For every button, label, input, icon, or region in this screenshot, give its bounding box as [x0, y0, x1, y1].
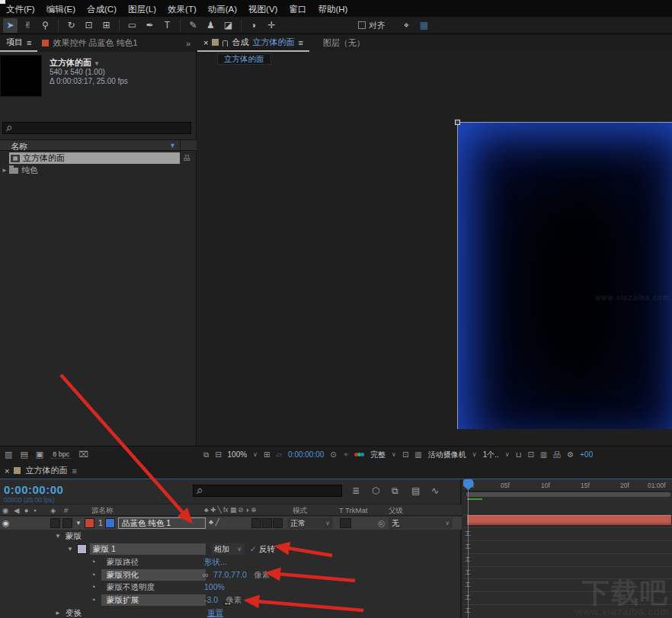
camera-view-select[interactable]: 活动摄像机 [428, 450, 466, 460]
menu-composition[interactable]: 合成(C) [87, 4, 117, 15]
draft-3d-icon[interactable]: ⬡ [372, 485, 379, 496]
align-toggle[interactable]: 对齐 [358, 20, 386, 31]
composition-mini-flowchart-icon[interactable]: ≣ [352, 485, 360, 496]
comp-breadcrumb[interactable]: 立方体的面 [217, 53, 271, 65]
menu-view[interactable]: 视图(V) [248, 4, 277, 15]
layer-duration-bar[interactable] [467, 515, 671, 525]
viewer-timecode[interactable]: 0:00:00:00 [288, 450, 324, 459]
corner-handle-top-left[interactable] [455, 120, 460, 125]
zoom-tool-icon[interactable]: ⚲ [38, 18, 53, 33]
show-snapshot-icon[interactable]: ✦ [343, 450, 349, 459]
exposure-value[interactable]: +00 [580, 450, 593, 459]
bit-depth-indicator[interactable]: 8 bpc [51, 450, 71, 459]
name-column-header[interactable]: 名称 [11, 141, 27, 152]
solo-toggle[interactable] [62, 518, 72, 528]
fast-previews-icon[interactable]: ⊡ [402, 450, 408, 459]
type-tool-icon[interactable]: T [160, 18, 174, 33]
parent-column-header[interactable]: 父级 [389, 506, 403, 516]
menu-edit[interactable]: 编辑(E) [46, 4, 75, 15]
tab-layer[interactable]: 图层（无） [309, 37, 379, 49]
parent-pickwhip-icon[interactable]: ◎ [378, 518, 385, 527]
hand-tool-icon[interactable]: ✌ [21, 18, 35, 33]
frame-blend-icon[interactable]: ⧉ [392, 485, 398, 496]
timeline-tab-name[interactable]: 立方体的面 [25, 465, 67, 476]
source-name-column-header[interactable]: 源名称 [91, 506, 114, 516]
project-columns-header[interactable]: 名称 ▼ [0, 139, 197, 151]
align-checkbox[interactable] [358, 21, 366, 29]
solid-color-chip[interactable] [105, 518, 115, 528]
property-row-mask-path[interactable]: ◔ 蒙版路径 形状... [0, 556, 462, 568]
trash-icon[interactable]: ⌧ [78, 450, 88, 459]
tab-project[interactable]: 项目 ≡ [0, 34, 37, 52]
clone-stamp-tool-icon[interactable]: ♟ [203, 18, 218, 33]
layer-name-field[interactable]: 品蓝色 纯色 1 [118, 517, 206, 529]
panel-menu-icon[interactable]: ≡ [27, 38, 31, 47]
mask-visibility-icon[interactable]: ⌖ [399, 18, 414, 33]
eraser-tool-icon[interactable]: ◪ [221, 18, 235, 33]
menu-effect[interactable]: 效果(T) [168, 4, 197, 15]
invert-checkbox[interactable]: ✓ [250, 544, 257, 553]
new-folder-icon[interactable]: ▤ [20, 450, 27, 459]
composition-viewer[interactable]: www.xiazaiba.com [197, 69, 672, 429]
switch-box[interactable] [273, 518, 283, 528]
mask-feather-value[interactable]: 77.0,77.0 [213, 570, 247, 579]
property-row-mask-feather[interactable]: ◔ 蒙版羽化 ∞ 77.0,77.0 像素 [0, 568, 462, 581]
motion-blur-icon[interactable]: ▤ [411, 485, 420, 496]
stopwatch-icon[interactable]: ◔ [91, 595, 96, 604]
mode-column-header[interactable]: 模式 [293, 506, 307, 516]
puppet-pin-tool-icon[interactable]: ✛ [264, 18, 279, 33]
sort-arrow-icon[interactable]: ▼ [169, 142, 176, 149]
work-area-bar[interactable] [466, 492, 670, 497]
invert-label[interactable]: 反转 [259, 544, 275, 555]
menu-layer[interactable]: 图层(L) [128, 4, 156, 15]
timeline-search-input[interactable]: ⚲ [193, 485, 342, 497]
lock-icon[interactable] [222, 40, 228, 46]
masks-group-row[interactable]: ▼ 蒙版 [0, 530, 462, 543]
expand-arrow-icon[interactable]: ▼ [55, 533, 61, 540]
pen-tool-icon[interactable]: ✒ [142, 18, 157, 33]
pixel-aspect-icon[interactable]: ⊔ [516, 450, 522, 459]
mask-path-value[interactable]: 形状... [204, 557, 227, 568]
grid-guide-options-icon[interactable]: ▦ [417, 18, 431, 33]
rectangle-tool-icon[interactable]: ▭ [125, 18, 139, 33]
close-icon[interactable]: × [5, 466, 9, 476]
resolution-select[interactable]: 完整 [370, 450, 386, 460]
panel-menu-icon[interactable]: ≡ [72, 466, 76, 476]
tab-composition[interactable]: × 合成 立方体的面 ≡ [197, 34, 309, 52]
view-layout-select[interactable]: 1个.. [483, 450, 499, 460]
switch-box[interactable] [262, 518, 272, 528]
stopwatch-icon[interactable]: ◔ [91, 557, 96, 566]
pan-behind-tool-icon[interactable]: ⊞ [99, 18, 114, 33]
roto-brush-tool-icon[interactable]: ◗ [247, 18, 261, 33]
transform-group-row[interactable]: ► 变换 重置 [0, 607, 462, 618]
project-row-folder[interactable]: ► 纯色 [0, 165, 197, 176]
show-channels-icon[interactable] [355, 453, 364, 456]
stopwatch-icon[interactable]: ◔ [91, 570, 96, 579]
mask-color-chip[interactable] [77, 544, 87, 554]
mask-opacity-value[interactable]: 100% [204, 582, 225, 591]
blend-mode-select[interactable]: 正常∨ [287, 517, 333, 529]
camera-tool-icon[interactable]: ⊡ [82, 18, 96, 33]
main-viewer-icon[interactable]: ⊟ [215, 450, 221, 459]
mask-expansion-value[interactable]: -3.0 [204, 595, 218, 604]
layer-row[interactable]: ◉ ▼ 1 品蓝色 纯色 1 ♣ ╱ 正常∨ ◎ 无∨ [0, 517, 462, 530]
layer-switches[interactable]: ♣ ╱ [209, 518, 219, 526]
snapshot-icon[interactable]: ⊙ [330, 450, 336, 459]
menu-animation[interactable]: 动画(A) [208, 4, 237, 15]
tab-overflow-button[interactable]: » [186, 39, 197, 48]
eye-icon[interactable]: ◉ [2, 518, 9, 527]
time-ruler[interactable]: 0f 05f 10f 15f 20f 01:00f [463, 479, 672, 492]
item-name-row[interactable]: 立方体的面 ▼ [50, 57, 100, 69]
transform-reset-button[interactable]: 重置 [207, 608, 223, 618]
menu-window[interactable]: 窗口 [289, 4, 306, 15]
close-icon[interactable]: × [203, 38, 208, 47]
menu-file[interactable]: 文件(F) [6, 4, 35, 15]
region-of-interest-icon[interactable]: ▱ [276, 450, 282, 459]
selection-tool-icon[interactable]: ➤ [3, 18, 18, 33]
switch-box[interactable] [251, 518, 261, 528]
expand-arrow-icon[interactable]: ► [2, 167, 8, 174]
magnification-select[interactable]: 100% [228, 450, 248, 459]
current-timecode[interactable]: 0:00:00:00 [4, 483, 63, 496]
new-composition-icon[interactable]: ▣ [36, 450, 43, 459]
expand-arrow-icon[interactable]: ► [55, 610, 61, 616]
